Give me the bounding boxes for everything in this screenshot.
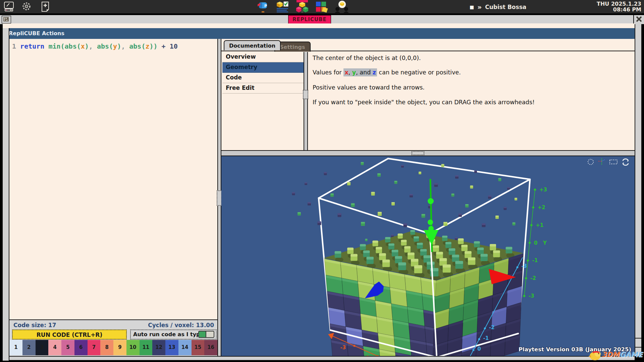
sidebar-item-overview[interactable]: Overview xyxy=(222,52,304,62)
docs-sidebar: Overview Geometry Code Free Edit xyxy=(222,52,304,150)
palette-swatch[interactable]: 4 xyxy=(48,340,61,355)
clock: THU 2025.1.23 08:46 PM xyxy=(597,1,641,12)
reset-view-icon[interactable] xyxy=(621,158,630,166)
bounds-icon[interactable] xyxy=(609,158,618,166)
xyz-highlight: x, y, and z xyxy=(343,68,377,76)
run-code-button[interactable]: RUN CODE (CTRL+R) xyxy=(12,329,127,340)
sidebar-item-geometry[interactable]: Geometry xyxy=(222,62,304,73)
svg-text:-3: -3 xyxy=(340,345,346,351)
autorun-label: Auto run code as I type xyxy=(133,331,204,338)
palette-swatch[interactable]: 6 xyxy=(74,340,88,355)
svg-text:Y: Y xyxy=(543,240,547,246)
palette-swatch-number: 5 xyxy=(61,344,74,350)
palette-swatch[interactable]: 8 xyxy=(100,340,113,355)
palette-swatch[interactable]: 14 xyxy=(178,340,192,355)
window-top-gap xyxy=(3,23,635,28)
palette-swatch[interactable]: 7 xyxy=(88,340,101,355)
doc-paragraph-1: The center of the object is at (0,0,0). xyxy=(313,55,421,61)
svg-text:-2: -2 xyxy=(489,324,495,330)
palette-swatch-number: 15 xyxy=(192,344,205,350)
code-size-label: Code size: 17 xyxy=(13,322,56,328)
palette-swatch[interactable]: 11 xyxy=(140,340,153,355)
autorun-group: Auto run code as I type xyxy=(130,329,217,340)
clock-date: THU 2025.1.23 xyxy=(597,1,641,7)
panel-title: RepliCUBE Actions xyxy=(9,30,64,37)
palette-swatch-number: 14 xyxy=(178,344,192,350)
sidebar-item-code[interactable]: Code xyxy=(222,73,304,83)
code-editor[interactable]: 1 return min(abs(x), abs(y), abs(z)) + 1… xyxy=(9,39,217,319)
chick-mascot-icon xyxy=(588,348,602,361)
svg-text:+2: +2 xyxy=(538,204,545,210)
community-cube-icon[interactable] xyxy=(334,0,349,14)
palette-swatch[interactable]: 9 xyxy=(113,340,126,355)
line-number: 1 xyxy=(12,42,16,50)
palette-swatch-number: 4 xyxy=(48,344,61,350)
svg-text:0: 0 xyxy=(477,346,481,352)
toggle-knob xyxy=(206,331,214,337)
screen: P ■ » Cubist Bossa THU 2025.1.23 08:46 P… xyxy=(0,0,644,362)
palette-swatch-number: 13 xyxy=(165,344,178,350)
mailbox-icon[interactable]: P xyxy=(256,0,270,14)
palette-swatch[interactable]: 12 xyxy=(152,340,165,355)
palette-swatch-number: 8 xyxy=(100,344,113,350)
skip-icon[interactable]: » xyxy=(477,3,482,11)
close-icon xyxy=(634,15,644,23)
horizontal-splitter-handle[interactable] xyxy=(412,151,424,155)
new-file-icon[interactable] xyxy=(40,1,51,13)
watermark-3dm: 3DM xyxy=(602,351,620,359)
horizontal-splitter[interactable] xyxy=(221,150,635,156)
gear-icon[interactable] xyxy=(21,1,32,13)
menu-grid-icon xyxy=(3,17,9,21)
stop-icon[interactable]: ■ xyxy=(470,4,474,10)
color-palette: 12345678910111213141516 xyxy=(9,340,217,355)
system-bar: P ■ » Cubist Bossa THU 2025.1.23 08:46 P… xyxy=(0,0,644,13)
palette-swatch[interactable]: 10 xyxy=(126,340,140,355)
voxel-cube xyxy=(324,230,523,356)
display-icon[interactable] xyxy=(3,1,15,13)
docs-content: The center of the object is at (0,0,0). … xyxy=(309,52,635,150)
watermark-game: GAME xyxy=(620,351,643,359)
window-menu-button[interactable] xyxy=(2,16,11,23)
palette-swatch-number: 7 xyxy=(88,344,101,350)
color-grid-icon[interactable] xyxy=(314,0,329,14)
svg-text:-2: -2 xyxy=(364,355,370,356)
sidebar-item-free-edit[interactable]: Free Edit xyxy=(222,83,304,94)
left-scroll-strip[interactable] xyxy=(3,28,9,361)
tab-documentation[interactable]: Documentation xyxy=(224,40,281,50)
track-title: Cubist Bossa xyxy=(485,4,526,10)
palette-swatch-number: 16 xyxy=(204,344,217,350)
palette-swatch[interactable]: 5 xyxy=(61,340,74,355)
task-cube-icon[interactable] xyxy=(275,0,290,14)
code-line[interactable]: 1 return min(abs(x), abs(y), abs(z)) + 1… xyxy=(12,42,178,50)
close-button[interactable] xyxy=(633,15,644,23)
axes-icon[interactable] xyxy=(598,158,606,166)
palette-swatch[interactable]: 16 xyxy=(204,340,217,355)
sidebar-splitter[interactable] xyxy=(304,52,308,150)
svg-text:0: 0 xyxy=(534,240,537,246)
palette-swatch-number: 9 xyxy=(113,344,126,350)
svg-text:-3: -3 xyxy=(529,293,534,299)
palette-swatch[interactable]: 15 xyxy=(192,340,205,355)
palette-swatch-number: 2 xyxy=(22,344,36,350)
palette-swatch[interactable]: 1 xyxy=(9,340,22,355)
right-scroll-strip[interactable] xyxy=(635,24,641,356)
svg-text:-3: -3 xyxy=(521,263,527,269)
svg-text:P: P xyxy=(264,4,267,8)
palette-swatch-number: 12 xyxy=(152,344,165,350)
doc-paragraph-4: If you want to "peek inside" the object,… xyxy=(313,99,535,106)
palette-swatch[interactable]: 13 xyxy=(165,340,178,355)
palette-swatch-number: 1 xyxy=(9,344,22,350)
cycles-label: Cycles / voxel: 13.00 xyxy=(148,322,214,328)
autorun-toggle[interactable] xyxy=(198,331,214,338)
replicube-cubes-icon[interactable] xyxy=(294,0,310,15)
orbit-view-icon[interactable] xyxy=(587,158,595,166)
palette-swatch[interactable]: 2 xyxy=(22,340,36,355)
bottom-scroll-strip[interactable] xyxy=(9,356,635,361)
svg-text:-1: -1 xyxy=(483,335,489,341)
sidebar-splitter-handle[interactable] xyxy=(303,90,308,99)
watermark: 3DMGAME xyxy=(588,348,643,361)
doc-paragraph-2: Values for x, y, and z can be negative o… xyxy=(313,69,461,76)
voxel-viewport[interactable]: +3+2+10Y-1-2-3-3-2-10-3-2 Playtest Versi… xyxy=(221,156,635,356)
vertical-splitter-handle[interactable] xyxy=(217,190,222,206)
palette-swatch[interactable]: 3 xyxy=(36,340,49,355)
